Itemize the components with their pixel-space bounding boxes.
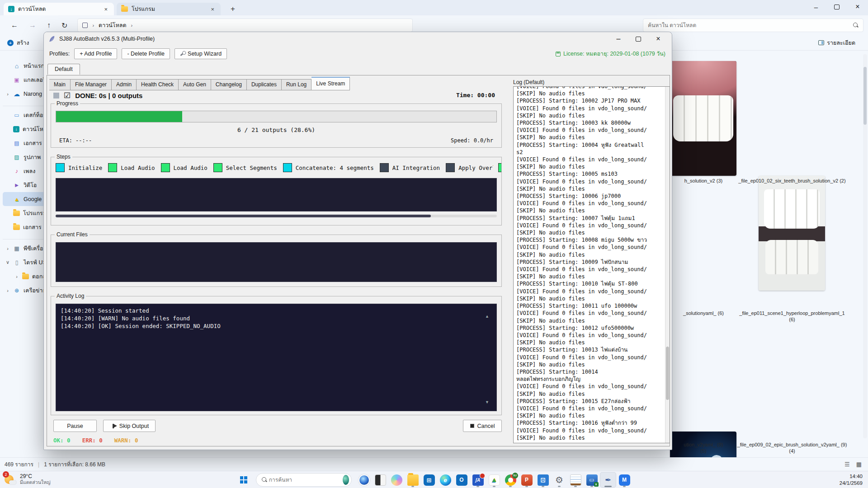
search-input[interactable] [648, 22, 853, 28]
address-bar[interactable]: › ดาวน์โหลด › [77, 19, 413, 32]
ia-app[interactable]: ʃA [470, 472, 486, 488]
m-app[interactable]: M [616, 472, 632, 488]
app-tab[interactable]: Auto Gen [179, 79, 211, 90]
settings[interactable]: ⚙ [551, 472, 567, 488]
chevron-icon[interactable]: ∨ [5, 259, 10, 265]
new-tab-button[interactable]: + [227, 5, 239, 15]
taskbar-search-input[interactable] [269, 477, 339, 483]
chevron-icon[interactable]: › [5, 246, 10, 251]
tab-label: ดาวน์โหลด [18, 5, 99, 14]
autobatch-feather[interactable]: ✒ [600, 472, 616, 488]
activity-lines: [14:40:20] Session started[14:40:20] [WA… [61, 307, 492, 330]
app-glyph: ▭ [589, 477, 594, 483]
google-drive[interactable]: ▲ [486, 472, 502, 488]
forward-icon[interactable]: → [29, 21, 36, 29]
task-view[interactable] [372, 472, 388, 488]
file-caption[interactable]: _file_ep011_scene1_hyperloop_problemyaml… [737, 310, 847, 323]
sidebar-item-icon [13, 77, 20, 83]
file-explorer[interactable] [405, 472, 421, 488]
skip-output-button[interactable]: Skip Output [103, 420, 156, 432]
search-highlight-image[interactable] [343, 475, 349, 485]
log-line: [PROCESS] Starting: 10003 kk 80000w [516, 119, 664, 127]
chevron-icon[interactable]: › [5, 288, 10, 293]
app-tab[interactable]: Changelog [211, 79, 247, 90]
tab-close-icon[interactable]: × [102, 6, 109, 13]
edge-browser[interactable]: e [437, 472, 453, 488]
app-title-bar[interactable]: SJ88 AutoBatch v26.5.3 (Multi-Profile) –… [44, 32, 672, 46]
microsoft-store[interactable]: ⊞ [421, 472, 437, 488]
explorer-tab[interactable]: โปรแกรม × [117, 3, 221, 15]
list-view-icon[interactable]: ☰ [844, 461, 850, 468]
chevron-icon[interactable]: › [14, 274, 19, 279]
scrollbar-thumb[interactable] [56, 215, 431, 217]
log-line: [PROCESS] Starting: 10009 ไฟปักสนาม [516, 258, 664, 266]
close-button[interactable] [847, 0, 868, 14]
setup-wizard-button[interactable]: Setup Wizard [175, 48, 227, 59]
delete-profile-button[interactable]: - Delete Profile [122, 48, 170, 59]
back-icon[interactable]: ← [11, 21, 18, 29]
log-line: [VOICE] Found 0 files in vdo_long_sound/ [516, 383, 664, 390]
remote-desktop[interactable]: ▭ [584, 472, 600, 488]
refresh-icon[interactable]: ↻ [61, 21, 67, 30]
pause-button[interactable]: Pause [53, 420, 97, 432]
file-caption[interactable]: _file_ep009_02_epic_brush_solution_v2yam… [737, 441, 847, 454]
app-tab[interactable]: Run Log [282, 79, 311, 90]
app-tab[interactable]: Duplicates [247, 79, 282, 90]
breadcrumb[interactable]: ดาวน์โหลด [99, 21, 126, 30]
activity-log-panel[interactable]: [14:40:20] Session started[14:40:20] [WA… [56, 304, 497, 411]
scrollbar-thumb[interactable] [863, 67, 867, 125]
start-button[interactable] [236, 473, 252, 487]
cancel-button[interactable]: Cancel [463, 420, 502, 432]
portal-app[interactable]: ⊡ [535, 472, 551, 488]
step-label: Concatenate: 4 segments [296, 164, 374, 171]
app-minimize-button[interactable]: – [609, 32, 628, 46]
file-caption[interactable]: _file_ep010_02_six_teeth_brush_solution_… [737, 178, 847, 184]
log-line: s2 [516, 149, 664, 156]
taskbar-clock[interactable]: 14:40 24/1/2569 [840, 473, 863, 487]
up-icon[interactable]: ↑ [47, 21, 51, 29]
minimize-button[interactable] [806, 0, 826, 14]
app-maximize-button[interactable] [628, 32, 648, 46]
explorer-status-bar: 469 รายการ | 1 รายการที่เลือก: 8.66 MB ☰… [0, 457, 868, 471]
app-tab[interactable]: Live Stream [311, 77, 350, 90]
scroll-down-icon[interactable]: ▼ [485, 400, 489, 404]
app-tab[interactable]: File Manager [71, 79, 112, 90]
add-profile-button[interactable]: + Add Profile [74, 48, 117, 59]
new-button[interactable]: + สร้าง [7, 38, 29, 47]
tab-close-icon[interactable]: × [209, 6, 216, 13]
log-scrollbar[interactable] [665, 87, 670, 443]
outlook[interactable]: O [453, 472, 470, 488]
app-glyph: ⊞ [427, 477, 432, 483]
app-close-button[interactable]: × [648, 32, 668, 46]
explorer-search[interactable] [643, 19, 863, 32]
log-line: [SKIP] No audio files [516, 134, 664, 141]
maximize-button[interactable] [826, 0, 847, 14]
file-thumbnail[interactable] [670, 61, 736, 176]
gallery-photo-app[interactable] [356, 472, 372, 488]
item-count: 469 รายการ [5, 460, 33, 469]
notes-app[interactable] [567, 472, 584, 488]
explorer-tab[interactable]: ดาวน์โหลด × [4, 3, 114, 15]
chevron-icon[interactable]: › [5, 91, 10, 97]
clock-date: 24/1/2569 [840, 480, 863, 487]
app-tab[interactable]: Health Check [137, 79, 179, 90]
app-tile-icon: ʃA [472, 474, 484, 486]
copilot[interactable] [388, 472, 405, 488]
powerpoint[interactable]: P [519, 472, 535, 488]
app-tab[interactable]: Main [49, 79, 71, 90]
explorer-scrollbar[interactable] [863, 54, 867, 438]
progress-fill [56, 111, 182, 122]
log-line: [SKIP] No audio files [516, 317, 664, 324]
scrollbar-thumb[interactable] [666, 347, 669, 400]
taskbar-search[interactable] [256, 473, 352, 487]
app-tab[interactable]: Admin [112, 79, 137, 90]
details-button[interactable]: รายละเอียด [818, 38, 855, 47]
file-thumbnail[interactable] [759, 176, 825, 291]
scroll-up-icon[interactable]: ▲ [485, 314, 489, 319]
steps-horizontal-scrollbar[interactable] [56, 215, 497, 217]
log-panel[interactable]: [VOICE] Found 0 files in vdo_long_sound/… [513, 86, 670, 443]
log-line: [VOICE] Found 0 files in vdo_long_sound/ [516, 354, 664, 361]
icons-view-icon[interactable]: ▦ [856, 461, 862, 468]
profile-tab-default[interactable]: Default [47, 64, 80, 75]
chrome-sj[interactable]: SJ [502, 472, 519, 488]
